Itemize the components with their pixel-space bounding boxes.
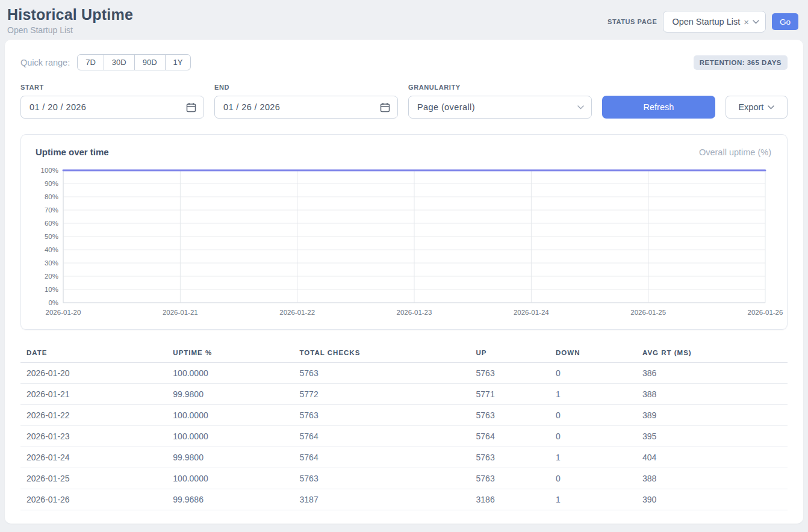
y-axis-tick-label: 0% xyxy=(48,299,58,306)
page-header: Historical Uptime Open Startup List STAT… xyxy=(0,0,808,40)
status-page-controls: STATUS PAGE Open Startup List × Go xyxy=(608,11,798,32)
table-cell: 5763 xyxy=(470,405,550,426)
table-cell: 388 xyxy=(636,468,788,489)
table-cell: 99.9800 xyxy=(167,447,293,468)
table-cell: 5772 xyxy=(294,384,470,405)
table-cell: 2026-01-20 xyxy=(20,363,167,384)
table-header-row: DATEUPTIME %TOTAL CHECKSUPDOWNAVG RT (MS… xyxy=(20,344,788,363)
table-row: 2026-01-22100.0000576357630389 xyxy=(20,405,788,426)
table-cell: 0 xyxy=(550,405,636,426)
export-button[interactable]: Export xyxy=(726,96,788,119)
filter-controls: START 01 / 20 / 2026 END 01 / 26 / 2026 … xyxy=(20,84,788,119)
table-cell: 2026-01-24 xyxy=(20,447,167,468)
table-cell: 99.9800 xyxy=(167,384,293,405)
column-header: AVG RT (MS) xyxy=(636,344,788,363)
table-cell: 5764 xyxy=(294,426,470,447)
table-cell: 100.0000 xyxy=(167,468,293,489)
x-axis-tick-label: 2026-01-23 xyxy=(397,309,432,316)
x-axis-tick-label: 2026-01-21 xyxy=(163,309,198,316)
table-cell: 0 xyxy=(550,363,636,384)
table-cell: 5763 xyxy=(470,363,550,384)
page-title: Historical Uptime xyxy=(7,6,133,23)
refresh-button[interactable]: Refresh xyxy=(602,96,715,119)
chevron-down-icon xyxy=(768,105,774,110)
start-date-input[interactable]: 01 / 20 / 2026 xyxy=(20,96,204,119)
column-header: DATE xyxy=(20,344,167,363)
table-cell: 5763 xyxy=(470,447,550,468)
table-cell: 5764 xyxy=(470,426,550,447)
table-cell: 2026-01-25 xyxy=(20,468,167,489)
table-row: 2026-01-23100.0000576457640395 xyxy=(20,426,788,447)
calendar-icon[interactable] xyxy=(186,102,196,113)
granularity-value: Page (overall) xyxy=(417,102,475,112)
x-axis-tick-label: 2026-01-24 xyxy=(514,309,549,316)
y-axis-tick-label: 40% xyxy=(45,246,58,253)
table-cell: 5771 xyxy=(470,384,550,405)
table-cell: 390 xyxy=(636,489,788,510)
column-header: UPTIME % xyxy=(167,344,293,363)
table-cell: 2026-01-23 xyxy=(20,426,167,447)
chart-header: Uptime over time Overall uptime (%) xyxy=(36,147,771,157)
quick-range-row: Quick range: 7D 30D 90D 1Y RETENTION: 36… xyxy=(20,54,788,70)
quick-range-1y-button[interactable]: 1Y xyxy=(165,54,191,70)
table-cell: 99.9686 xyxy=(167,489,293,510)
start-date-value: 01 / 20 / 2026 xyxy=(30,102,86,112)
chart-title: Uptime over time xyxy=(36,147,109,157)
table-row: 2026-01-25100.0000576357630388 xyxy=(20,468,788,489)
granularity-field: GRANULARITY Page (overall) xyxy=(408,84,592,119)
granularity-select[interactable]: Page (overall) xyxy=(408,96,592,119)
y-axis-tick-label: 80% xyxy=(45,193,58,200)
title-block: Historical Uptime Open Startup List xyxy=(7,6,133,35)
table-cell: 389 xyxy=(636,405,788,426)
x-axis-tick-label: 2026-01-25 xyxy=(630,309,666,316)
chevron-down-icon xyxy=(753,20,759,24)
page-subtitle: Open Startup List xyxy=(7,25,133,35)
table-cell: 1 xyxy=(550,384,636,405)
end-date-value: 01 / 26 / 2026 xyxy=(223,102,280,112)
main-panel: Quick range: 7D 30D 90D 1Y RETENTION: 36… xyxy=(5,40,803,524)
column-header: TOTAL CHECKS xyxy=(294,344,470,363)
x-axis-tick-label: 2026-01-22 xyxy=(279,309,315,316)
uptime-table: DATEUPTIME %TOTAL CHECKSUPDOWNAVG RT (MS… xyxy=(20,344,788,510)
quick-range-30d-button[interactable]: 30D xyxy=(104,54,135,70)
column-header: UP xyxy=(470,344,550,363)
table-cell: 395 xyxy=(636,426,788,447)
go-button[interactable]: Go xyxy=(772,13,798,30)
table-cell: 100.0000 xyxy=(167,426,293,447)
table-cell: 5763 xyxy=(470,468,550,489)
end-date-input[interactable]: 01 / 26 / 2026 xyxy=(214,96,398,119)
table-cell: 5763 xyxy=(294,405,470,426)
table-row: 2026-01-20100.0000576357630386 xyxy=(20,363,788,384)
table-cell: 5763 xyxy=(294,363,470,384)
retention-badge: RETENTION: 365 DAYS xyxy=(694,55,788,70)
uptime-line-chart: 0%10%20%30%40%50%60%70%80%90%100%2026-01… xyxy=(36,165,783,318)
table-row: 2026-01-2199.9800577257711388 xyxy=(20,384,788,405)
end-label: END xyxy=(214,84,398,91)
table-cell: 0 xyxy=(550,426,636,447)
y-axis-tick-label: 50% xyxy=(45,233,58,240)
table-cell: 100.0000 xyxy=(167,363,293,384)
calendar-icon[interactable] xyxy=(380,102,390,113)
table-cell: 2026-01-21 xyxy=(20,384,167,405)
table-cell: 5764 xyxy=(294,447,470,468)
chart-legend: Overall uptime (%) xyxy=(699,147,771,157)
table-cell: 100.0000 xyxy=(167,405,293,426)
y-axis-tick-label: 20% xyxy=(45,273,58,280)
export-label: Export xyxy=(738,102,763,112)
quick-range-group: 7D 30D 90D 1Y xyxy=(77,54,191,70)
quick-range-90d-button[interactable]: 90D xyxy=(134,54,166,70)
uptime-chart-card: Uptime over time Overall uptime (%) 0%10… xyxy=(20,134,788,330)
quick-range-label: Quick range: xyxy=(20,58,70,67)
quick-range-7d-button[interactable]: 7D xyxy=(77,54,104,70)
clear-icon[interactable]: × xyxy=(744,17,749,26)
table-row: 2026-01-2499.9800576457631404 xyxy=(20,447,788,468)
table-row: 2026-01-2699.9686318731861390 xyxy=(20,489,788,510)
table-cell: 1 xyxy=(550,447,636,468)
status-page-select[interactable]: Open Startup List × xyxy=(663,11,766,32)
table-cell: 2026-01-26 xyxy=(20,489,167,510)
table-cell: 2026-01-22 xyxy=(20,405,167,426)
historical-uptime-page: Historical Uptime Open Startup List STAT… xyxy=(0,0,808,532)
y-axis-tick-label: 10% xyxy=(45,286,58,293)
x-axis-tick-label: 2026-01-20 xyxy=(46,309,81,316)
y-axis-tick-label: 60% xyxy=(45,220,58,227)
